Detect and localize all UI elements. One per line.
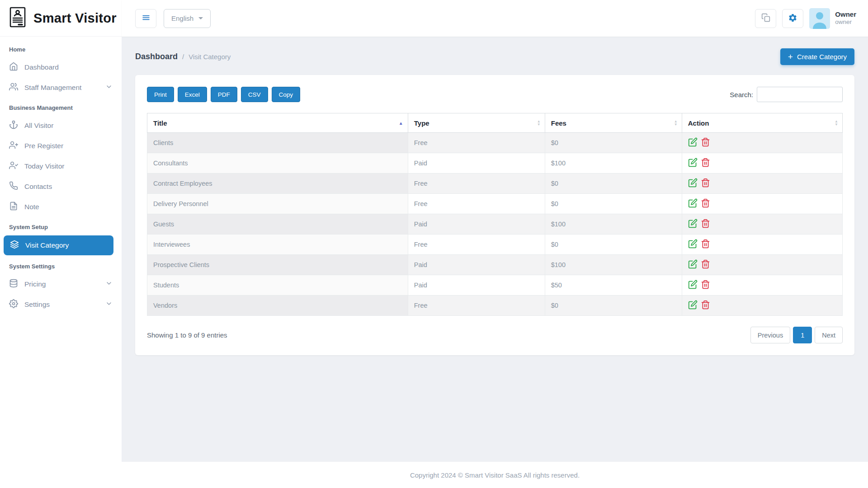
section-label-home: Home: [0, 39, 122, 57]
edit-icon: [688, 182, 698, 189]
language-dropdown[interactable]: English: [164, 9, 211, 28]
cell-action: [682, 235, 842, 255]
delete-button[interactable]: [701, 158, 710, 169]
edit-button[interactable]: [688, 137, 698, 148]
delete-button[interactable]: [701, 300, 710, 311]
cell-type: Free: [408, 133, 545, 153]
csv-button[interactable]: CSV: [241, 87, 268, 102]
edit-button[interactable]: [688, 198, 698, 209]
page-content: Dashboard / Visit Category + Create Cate…: [122, 37, 868, 462]
cell-action: [682, 214, 842, 235]
pdf-button[interactable]: PDF: [211, 87, 237, 102]
avatar: [809, 8, 830, 29]
sidebar-item-visit-category[interactable]: Visit Category: [4, 235, 113, 255]
table-footer: Showing 1 to 9 of 9 entries Previous 1 N…: [147, 327, 843, 343]
sidebar-item-today-visitor[interactable]: Today Visitor: [0, 156, 122, 176]
create-category-button[interactable]: + Create Category: [780, 48, 854, 65]
edit-icon: [688, 304, 698, 311]
cell-type: Free: [408, 174, 545, 194]
copy-export-button[interactable]: Copy: [272, 87, 301, 102]
edit-button[interactable]: [688, 158, 698, 169]
section-label-system-settings: System Settings: [0, 256, 122, 274]
edit-button[interactable]: [688, 178, 698, 189]
user-menu[interactable]: Owner owner: [809, 8, 856, 29]
next-page-button[interactable]: Next: [815, 327, 843, 343]
print-button[interactable]: Print: [147, 87, 174, 102]
chevron-down-icon: [105, 83, 113, 92]
sidebar-item-label: Pre Register: [24, 142, 63, 150]
cell-title: Contract Employees: [147, 174, 408, 194]
topbar-right: Owner owner: [755, 8, 856, 29]
cell-title: Vendors: [147, 296, 408, 316]
layers-icon: [10, 240, 19, 251]
users-icon: [9, 82, 18, 93]
column-header-type[interactable]: Type ▲▼: [408, 113, 545, 133]
caret-down-icon: [198, 17, 203, 19]
trash-icon: [701, 162, 710, 169]
delete-button[interactable]: [701, 178, 710, 189]
sidebar-item-label: Staff Management: [24, 84, 81, 92]
edit-button[interactable]: [688, 259, 698, 270]
table-row: GuestsPaid$100: [147, 214, 843, 235]
note-file-icon: [9, 202, 18, 212]
delete-button[interactable]: [701, 137, 710, 148]
trash-icon: [701, 304, 710, 311]
entries-info: Showing 1 to 9 of 9 entries: [147, 331, 227, 339]
brand-name: Smart Visitor: [33, 11, 117, 26]
sidebar-item-all-visitor[interactable]: All Visitor: [0, 115, 122, 136]
sidebar-item-pricing[interactable]: Pricing: [0, 274, 122, 294]
trash-icon: [701, 243, 710, 250]
sidebar-item-contacts[interactable]: Contacts: [0, 176, 122, 197]
edit-button[interactable]: [688, 300, 698, 311]
phone-icon: [9, 181, 18, 192]
sidebar-item-note[interactable]: Visit Category Note: [0, 197, 122, 217]
delete-button[interactable]: [701, 198, 710, 209]
search-area: Search:: [730, 87, 843, 102]
delete-button[interactable]: [701, 259, 710, 270]
sidebar-item-pre-register[interactable]: Pre Register: [0, 136, 122, 156]
sidebar-toggle-button[interactable]: [135, 9, 156, 28]
table-row: StudentsPaid$50: [147, 275, 843, 296]
app-window: Smart Visitor Home Dashboard Staff Manag…: [0, 0, 868, 488]
settings-button[interactable]: [782, 9, 803, 28]
plus-icon: +: [788, 52, 793, 61]
table-body: ClientsFree$0ConsultantsPaid$100Contract…: [147, 133, 843, 316]
edit-button[interactable]: [688, 219, 698, 230]
sidebar-item-staff-management[interactable]: Staff Management: [0, 77, 122, 98]
trash-icon: [701, 223, 710, 230]
copy-icon: [761, 13, 770, 23]
sidebar-item-label: All Visitor: [24, 122, 53, 130]
column-header-fees[interactable]: Fees ▲▼: [545, 113, 682, 133]
column-header-action[interactable]: Action ▲▼: [682, 113, 842, 133]
user-name: Owner: [835, 10, 856, 19]
previous-page-button[interactable]: Previous: [750, 327, 790, 343]
home-icon: [9, 62, 18, 73]
edit-button[interactable]: [688, 280, 698, 291]
delete-button[interactable]: [701, 280, 710, 291]
brand-logo[interactable]: Smart Visitor: [0, 0, 122, 37]
delete-button[interactable]: [701, 239, 710, 250]
breadcrumb-dashboard-link[interactable]: Dashboard: [135, 52, 178, 61]
topbar: English Owner owner: [122, 0, 868, 37]
page-1-button[interactable]: 1: [793, 327, 812, 343]
column-header-title[interactable]: Title ▲: [147, 113, 408, 133]
smart-visitor-logo-icon: [9, 6, 28, 30]
sidebar-item-settings[interactable]: Settings: [0, 294, 122, 314]
cell-type: Paid: [408, 255, 545, 275]
copy-pages-button[interactable]: [755, 9, 776, 28]
cell-action: [682, 296, 842, 316]
edit-button[interactable]: [688, 239, 698, 250]
user-check-icon: [9, 161, 18, 172]
sidebar-nav: Home Dashboard Staff Management Business…: [0, 37, 122, 314]
sidebar-item-dashboard[interactable]: Dashboard: [0, 57, 122, 77]
table-row: IntervieweesFree$0: [147, 235, 843, 255]
delete-button[interactable]: [701, 219, 710, 230]
excel-button[interactable]: Excel: [178, 87, 207, 102]
cell-fees: $100: [545, 255, 682, 275]
chevron-down-icon: [105, 300, 113, 309]
edit-icon: [688, 263, 698, 270]
hamburger-icon: [142, 13, 151, 23]
search-input[interactable]: [757, 87, 843, 102]
cell-title: Students: [147, 275, 408, 296]
column-label: Title: [153, 119, 167, 127]
